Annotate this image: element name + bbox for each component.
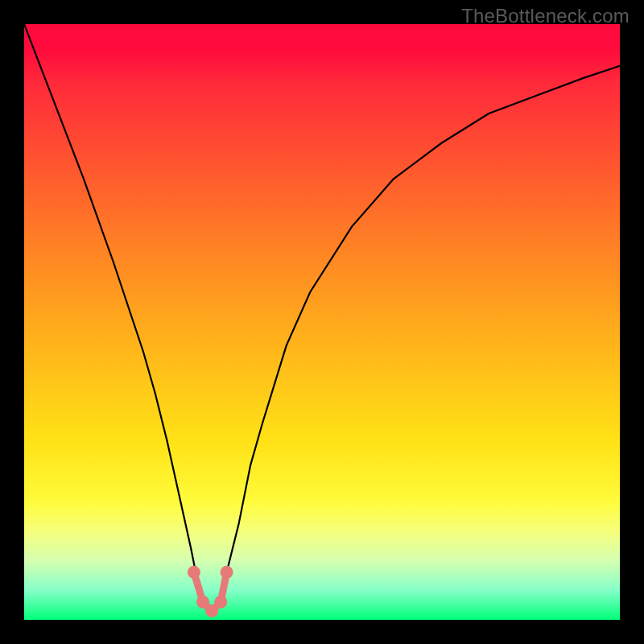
highlight-point [214,596,227,609]
watermark-text: TheBottleneck.com [461,5,630,27]
chart-svg [24,24,620,620]
chart-frame: TheBottleneck.com [0,0,644,644]
highlight-point [188,566,200,579]
highlight-point [221,566,233,579]
highlight-markers [188,566,233,617]
bottleneck-curve-path [24,24,620,614]
plot-area [24,24,620,620]
